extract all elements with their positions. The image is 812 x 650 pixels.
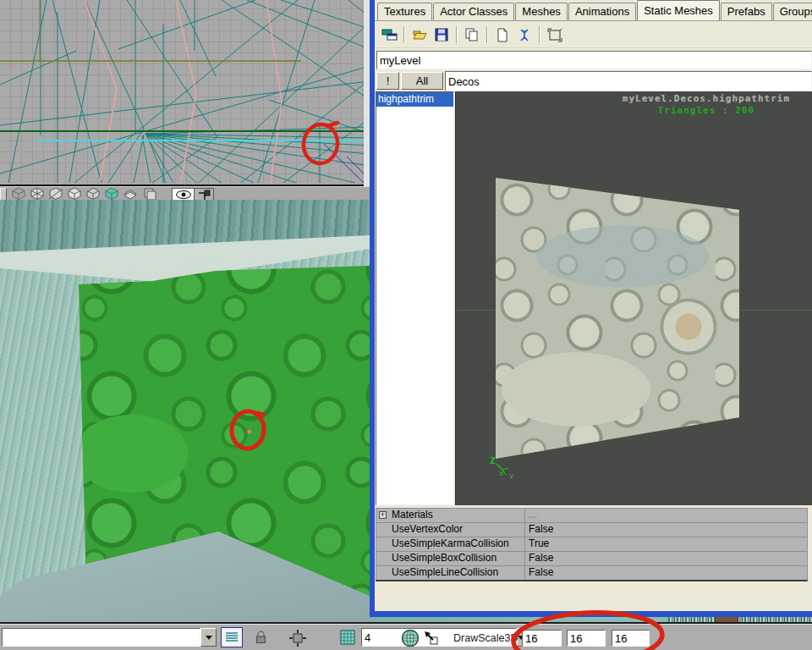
tab-groups[interactable]: Groups <box>773 3 812 20</box>
lock-icon[interactable] <box>255 631 266 644</box>
tab-label: Groups <box>780 5 812 18</box>
tab-textures[interactable]: Textures <box>377 3 432 20</box>
tab-label: Actor Classes <box>440 5 508 18</box>
toolbar-separator <box>486 26 488 43</box>
tab-label: Prefabs <box>727 5 765 18</box>
axis-z-label: Z <box>490 455 496 466</box>
bottom-toolbar: DrawScale3D <box>0 624 812 650</box>
new-document-icon <box>497 28 508 42</box>
toolbar-separator <box>456 26 458 43</box>
toolbar-edge-button[interactable] <box>0 188 7 201</box>
textured-mode-icon[interactable] <box>103 187 120 200</box>
drawscale3d-label: DrawScale3D <box>453 632 518 644</box>
chevron-down-icon <box>206 636 212 640</box>
browser-main-area: highpathtrim myLevel.Decos.highpathtrim … <box>375 91 812 505</box>
property-row-usesimplelinecollision[interactable]: UseSimpleLineCollision False <box>376 566 807 580</box>
property-name: UseVertexColor <box>376 523 525 537</box>
wireframe-mode-icon[interactable] <box>10 187 27 200</box>
static-mesh-browser-window: Textures Actor Classes Meshes Animations… <box>370 0 812 617</box>
filter-row: ! All <box>375 71 812 91</box>
properties-panel: Materials ... UseVertexColor False UseSi… <box>376 508 808 581</box>
pushpin-icon <box>197 190 211 201</box>
preview-mesh-quad <box>496 176 741 460</box>
property-name: UseSimpleBoxCollision <box>376 552 525 565</box>
tab-label: Textures <box>384 5 425 18</box>
axis-x-label: x <box>499 469 504 477</box>
drawscale3d-z-field[interactable] <box>612 630 650 647</box>
property-value[interactable]: False <box>525 566 807 580</box>
tab-label: Animations <box>575 5 629 18</box>
preview-triangle-count: Triangles : 200 <box>623 105 790 116</box>
property-value[interactable]: True <box>525 537 807 551</box>
list-item-selected[interactable]: highpathtrim <box>376 92 453 107</box>
tab-label: Static Meshes <box>644 4 713 17</box>
property-row-materials[interactable]: Materials ... <box>376 509 807 523</box>
package-row <box>375 49 812 71</box>
preview-mesh-path: myLevel.Decos.highpathtrim <box>623 93 790 104</box>
property-name: UseSimpleKarmaCollision <box>376 537 525 551</box>
tab-animations[interactable]: Animations <box>568 3 636 20</box>
zone-mode-icon[interactable] <box>29 187 46 200</box>
crosshair-icon[interactable] <box>289 630 306 647</box>
browser-toolbar <box>375 22 812 48</box>
property-value[interactable]: False <box>525 552 807 565</box>
tab-label: Meshes <box>522 5 561 18</box>
perspective-viewport[interactable] <box>0 200 370 624</box>
bsp-cuts-mode-icon[interactable] <box>47 187 64 200</box>
tab-actor-classes[interactable]: Actor Classes <box>433 3 514 20</box>
axis-y-label: y <box>509 471 514 479</box>
tab-meshes[interactable]: Meshes <box>515 3 568 20</box>
tab-prefabs[interactable]: Prefabs <box>721 3 772 20</box>
save-package-button[interactable] <box>431 25 453 45</box>
scale-arrow-icon[interactable] <box>424 631 439 646</box>
property-row-usevertexcolor[interactable]: UseVertexColor False <box>376 523 807 537</box>
log-window-button[interactable] <box>221 627 243 647</box>
selection-combobox[interactable] <box>2 628 217 647</box>
open-folder-icon <box>412 28 428 41</box>
property-name: UseSimpleLineCollision <box>376 566 525 580</box>
toolbar-separator <box>403 26 405 43</box>
selection-combo-input[interactable] <box>2 628 200 647</box>
rotation-grid-icon[interactable] <box>401 629 420 647</box>
mesh-list[interactable]: highpathtrim <box>376 91 454 505</box>
tab-static-meshes[interactable]: Static Meshes <box>637 0 720 21</box>
eye-icon <box>175 190 192 200</box>
package-combobox[interactable] <box>376 51 812 69</box>
insert-actor-button[interactable] <box>513 25 535 45</box>
drawscale3d-y-field[interactable] <box>567 630 606 647</box>
selection-combo-dropdown[interactable] <box>200 628 217 647</box>
browser-tabbar: Textures Actor Classes Meshes Animations… <box>375 0 812 21</box>
mesh-preview-viewport[interactable]: myLevel.Decos.highpathtrim Triangles : 2… <box>455 91 812 505</box>
group-combobox[interactable] <box>445 71 812 91</box>
dock-button[interactable] <box>378 25 400 45</box>
mesh-tools-button[interactable] <box>544 25 566 45</box>
property-row-usesimplekarmacollision[interactable]: UseSimpleKarmaCollision True <box>376 537 807 552</box>
property-value[interactable]: False <box>525 523 807 537</box>
toolbar-separator <box>539 26 540 43</box>
axis-gizmo: Z x y <box>488 454 518 479</box>
cube-icon <box>547 28 562 42</box>
filter-exclaim-button[interactable]: ! <box>376 72 399 90</box>
wireframe-lines <box>0 0 370 183</box>
flat-cube-icon[interactable] <box>66 187 83 200</box>
shaded-cube-icon[interactable] <box>85 187 102 200</box>
grid-snap-icon[interactable] <box>340 630 355 645</box>
drawscale3d-x-field[interactable] <box>522 630 562 647</box>
property-value[interactable]: ... <box>525 509 807 522</box>
expand-icon[interactable] <box>379 511 387 519</box>
properties-table: Materials ... UseVertexColor False UseSi… <box>376 508 808 581</box>
list-lines-icon <box>225 631 239 643</box>
property-name: Materials <box>376 509 525 522</box>
depth-mode-icon[interactable] <box>140 187 157 200</box>
new-button[interactable] <box>491 25 513 45</box>
open-package-button[interactable] <box>409 25 431 45</box>
unrealed-screen: Textures Actor Classes Meshes Animations… <box>0 0 812 650</box>
property-row-usesimpleboxcollision[interactable]: UseSimpleBoxCollision False <box>376 552 807 566</box>
lit-mode-icon[interactable] <box>122 187 139 200</box>
copy-button[interactable] <box>461 25 483 45</box>
wireframe-viewport[interactable] <box>0 0 370 186</box>
copy-icon <box>464 28 480 42</box>
actor-icon <box>518 28 531 42</box>
filter-all-button[interactable]: All <box>401 72 443 90</box>
save-icon <box>435 28 449 41</box>
